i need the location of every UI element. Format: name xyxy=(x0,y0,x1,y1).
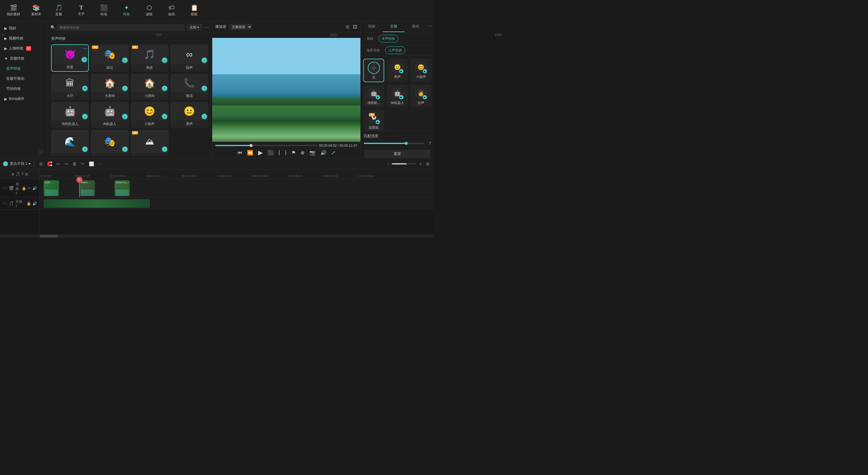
sidebar-item-my[interactable]: ▶ 我的 xyxy=(0,23,47,33)
volume-btn[interactable]: 🔊 xyxy=(320,150,327,156)
mark-in-btn[interactable]: { xyxy=(279,150,280,155)
audio-subtab-scene-sound[interactable]: 场景音效 xyxy=(363,47,383,54)
effect-add-fx3-btn[interactable]: ↓ xyxy=(162,146,167,152)
frame-back-btn[interactable]: ⏪ xyxy=(247,150,253,156)
tab-more[interactable]: ⋯ xyxy=(427,21,434,32)
effect-card-echo[interactable]: ∞ ↓ 回声 xyxy=(170,44,208,72)
effect-card-fx3[interactable]: VIP ⛰ ↓ xyxy=(131,130,168,156)
audio-subtab-basic[interactable]: 基础 xyxy=(363,35,377,42)
voice-card-male[interactable]: 😐 ▶ 男声 xyxy=(387,59,408,82)
effect-card-robot-old[interactable]: 🤖 ↓ 传统机器人 xyxy=(51,102,89,128)
composite-dropdown-icon[interactable]: ▾ xyxy=(29,162,31,166)
skip-back-btn[interactable]: ⏮ xyxy=(237,150,242,155)
sidebar-item-audio-effects[interactable]: ▼ 音频特效 xyxy=(0,54,47,64)
tl-cut-btn[interactable]: ✂ xyxy=(80,161,86,167)
nav-effects[interactable]: ✦ 特效 xyxy=(116,2,137,20)
sidebar-collapse-btn[interactable]: ‹ xyxy=(38,149,44,156)
tl-delete-btn[interactable]: 🗑 xyxy=(71,161,78,167)
tl-scrollbar-thumb[interactable] xyxy=(40,235,58,237)
effect-card-evil[interactable]: 😈 ⋯ + 邪恶 xyxy=(51,44,89,72)
tab-audio[interactable]: 音频 xyxy=(383,21,405,32)
effect-add-phone-btn[interactable]: ↓ xyxy=(202,86,207,91)
tab-color[interactable]: 颜色 xyxy=(405,21,427,32)
tl-clip-1[interactable]: vide... xyxy=(44,180,79,196)
mark-out-btn[interactable]: } xyxy=(285,150,286,155)
tl-grid-btn[interactable]: ⊞ xyxy=(38,161,44,167)
voice-card-robot-trad[interactable]: 🤖 ▶ 传统机... xyxy=(363,85,384,107)
effect-card-deep[interactable]: VIP 🎭 ↓ 深沉 xyxy=(91,44,129,72)
zoom-out-btn[interactable]: - xyxy=(386,161,390,167)
image-icon[interactable]: 🖼 xyxy=(353,24,357,30)
effect-card-fx2[interactable]: 🎭 ↓ xyxy=(91,130,129,156)
layout-btn[interactable]: ⊞ xyxy=(425,161,431,167)
tl-more-btn[interactable]: ⋯ xyxy=(97,161,104,167)
voice-card-none[interactable]: ⊘ 无 xyxy=(363,59,384,82)
effect-add-small-room-btn[interactable]: ↓ xyxy=(162,86,167,91)
effect-add-echo-btn[interactable]: ↓ xyxy=(202,57,207,63)
effect-add-hall-btn[interactable]: + xyxy=(82,86,88,91)
tl-clip-2[interactable]: video-... xyxy=(79,180,115,196)
effect-card-electric[interactable]: VIP 🎵 ↓ 电音 xyxy=(131,44,168,72)
video-lock-btn[interactable]: 🔒 xyxy=(22,186,26,190)
tl-clip-3[interactable]: video-mi... xyxy=(115,180,150,196)
tl-undo-btn[interactable]: ↩ xyxy=(55,161,61,167)
effect-add-evil-btn[interactable]: + xyxy=(82,57,87,62)
effect-card-child[interactable]: 😊 ↓ 小孩声 xyxy=(131,102,168,128)
add-audio-layer-btn[interactable]: 🎵 xyxy=(16,172,20,176)
effect-add-big-room-btn[interactable]: ↓ xyxy=(122,86,128,91)
matching-slider[interactable] xyxy=(364,143,424,144)
effect-add-electric-btn[interactable]: ↓ xyxy=(162,57,167,63)
effects-search-input[interactable] xyxy=(57,24,185,31)
effect-add-fx1-btn[interactable]: ↓ xyxy=(82,146,88,152)
nav-media-lib[interactable]: 📚 素材库 xyxy=(26,2,46,20)
add-video-layer-btn[interactable]: ⊕ xyxy=(11,172,14,176)
nav-text[interactable]: T 文字 xyxy=(71,2,92,20)
voice-card-female[interactable]: 👩 ▶ 女声 xyxy=(410,85,432,107)
stop-btn[interactable]: ⬛ xyxy=(268,150,274,156)
preview-quality-select[interactable]: 完整画质 xyxy=(229,24,252,30)
sidebar-item-voice-change[interactable]: 变声特效 xyxy=(0,64,47,74)
sidebar-item-audio-visual[interactable]: 音频可视化 xyxy=(0,74,47,84)
playhead[interactable]: ✂ xyxy=(79,179,80,197)
fullscreen-btn[interactable]: ⤢ xyxy=(331,150,335,156)
zoom-slider[interactable] xyxy=(392,163,416,165)
audio-subtab-voice-effect[interactable]: 人声音效 xyxy=(385,47,405,54)
effect-card-phone[interactable]: 📞 ↓ 电话 xyxy=(170,74,208,100)
add-filter-layer-btn[interactable]: ⊞ xyxy=(25,172,28,176)
effect-add-robot-old-btn[interactable]: ↓ xyxy=(82,114,88,119)
video-hide-btn[interactable]: 👁 xyxy=(28,186,31,190)
zoom-in-btn[interactable]: + xyxy=(418,161,423,167)
audio-lock-btn[interactable]: 🔒 xyxy=(27,202,31,206)
voice-card-child[interactable]: 😊 ▶ 小孩声 xyxy=(410,59,432,82)
effect-add-male-btn[interactable]: ↓ xyxy=(202,114,207,119)
tl-crop-btn[interactable]: ⬜ xyxy=(88,161,95,167)
effect-card-small-room[interactable]: 🏠 ↓ 小房间 xyxy=(131,74,168,100)
effect-add-deep-btn[interactable]: ↓ xyxy=(122,57,128,63)
sidebar-item-character-effects[interactable]: ▶ 人物特效 新 xyxy=(0,43,47,54)
effect-card-male[interactable]: 😐 ↓ 男声 xyxy=(170,102,208,128)
nav-filter[interactable]: ⬡ 滤镜 xyxy=(139,2,159,20)
nav-audio[interactable]: 🎵 音频 xyxy=(48,2,69,20)
nav-my-media[interactable]: 🎬 我的素材 xyxy=(3,2,24,20)
effect-card-hall[interactable]: 🏛 + 大厅 xyxy=(51,74,89,100)
effect-card-robot-ai[interactable]: 🤖 ↓ AI机器人 xyxy=(91,102,129,128)
grid-icon[interactable]: ⊞ xyxy=(346,24,350,30)
play-btn[interactable]: ▶ xyxy=(258,149,263,156)
voice-card-robot-ai[interactable]: 🤖 ▶ AI机器人 xyxy=(387,85,408,107)
voice-card-chipmunk[interactable]: VIP 🐿 ▶ 花栗鼠 xyxy=(363,110,384,130)
sidebar-item-boris[interactable]: ▶ Boris插件 xyxy=(0,94,47,104)
tl-magnet-btn[interactable]: 🧲 xyxy=(46,161,54,167)
effect-add-robot-ai-btn[interactable]: ↓ xyxy=(122,114,128,119)
effect-add-child-btn[interactable]: ↓ xyxy=(162,114,167,119)
progress-bar[interactable] xyxy=(215,145,317,146)
snap-btn[interactable]: ⊕ xyxy=(301,150,305,156)
nav-template[interactable]: 📋 模板 xyxy=(184,2,205,20)
add-text-layer-btn[interactable]: T xyxy=(21,172,24,176)
effect-card-fx1[interactable]: 🌊 ↓ xyxy=(51,130,89,156)
audio-volume-btn[interactable]: 🔊 xyxy=(32,202,37,206)
audio-subtab-voice-change[interactable]: 变声特效 xyxy=(378,35,399,42)
video-volume-btn[interactable]: 🔊 xyxy=(32,186,37,190)
sidebar-item-beat[interactable]: 节拍特效 xyxy=(0,84,47,94)
nav-sticker[interactable]: 🏷 贴纸 xyxy=(161,2,182,20)
reset-button[interactable]: 重置 xyxy=(364,150,430,158)
